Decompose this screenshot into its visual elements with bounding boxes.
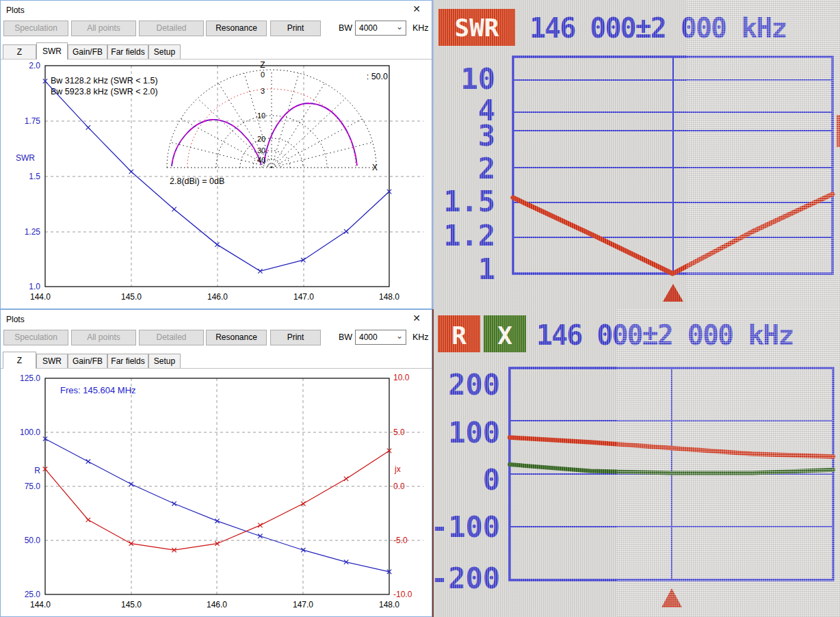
tab-gainfb[interactable]: Gain/FB [68,44,107,59]
bw-unit-label: KHz [412,23,429,33]
ytick: 1.25 [25,227,41,237]
tab-bar: Z SWR Gain/FB Far fields Setup [1,42,432,61]
xtick: 144.0 [30,292,51,302]
xtick: 146.0 [207,292,228,302]
tab-swr[interactable]: SWR [36,354,68,368]
polar-axis-right: X [372,163,378,172]
swr-badge-label: SWR [454,14,499,42]
print-button[interactable]: Print [270,330,321,345]
lcd-ytick: -200 [434,562,500,595]
lcd-ytick: 1.2 [443,219,495,252]
window-title: Plots [6,5,25,15]
screenshot-stage: Plots ✕ Speculation All points Detailed … [0,0,840,617]
print-button[interactable]: Print [270,21,321,36]
tab-far-fields[interactable]: Far fields [107,354,148,368]
lcd-ytick: 10 [460,62,495,96]
xtick: 147.0 [293,600,313,609]
bandwidth-annotation-2: Bw 5923.8 kHz (SWR < 2.0) [51,87,158,96]
pattern-overlay-left [172,120,261,166]
ring-label: 10 [257,111,265,120]
titlebar: Plots ✕ [1,1,432,19]
tab-z[interactable]: Z [3,352,36,369]
lcd-ytick: 200 [448,368,500,402]
pattern-lobe-right [264,103,357,166]
detailed-button[interactable]: Detailed [139,330,204,345]
radiation-pattern-inset: Z X 0 3 10 20 30 40 2.8(dBi) = 0dB [167,60,378,186]
cursor-marker [663,284,683,302]
bandwidth-annotation-1: Bw 3128.2 kHz (SWR < 1.5) [51,76,158,86]
ytick: 1.75 [25,116,41,126]
ring-label: 3 [261,87,265,95]
lcd-ytick: -100 [434,510,500,544]
plots-window-swr: Plots ✕ Speculation All points Detailed … [0,0,432,309]
gain-reference-note: 2.8(dBi) = 0dB [170,176,224,186]
ring-label: 0 [261,70,265,79]
xtick: 148.0 [379,292,399,302]
tab-setup[interactable]: Setup [148,354,181,368]
left-ytick: 25.0 [25,590,41,599]
tab-far-fields[interactable]: Far fields [107,44,148,59]
polar-spokes [170,70,373,168]
lcd-ytick: 0 [483,463,500,497]
resonance-button[interactable]: Resonance [206,21,267,36]
lcd-ytick: 3 [478,119,495,153]
right-ytick: -10.0 [393,590,412,599]
tab-gainfb[interactable]: Gain/FB [68,354,107,368]
cursor-marker [661,588,682,607]
speculation-button[interactable]: Speculation [3,21,68,36]
tab-swr[interactable]: SWR [36,42,68,60]
bw-value: 4000 [359,23,378,33]
swr-chart: 2.0 1.75 1.5 1.25 1.0 SWR 144.0 145.0 14… [1,59,432,309]
bw-unit-label: KHz [412,332,429,342]
z-chart-area: 125.0 100.0 75.0 50.0 25.0 R 10.0 5.0 0.… [1,368,432,616]
left-ytick: 100.0 [20,428,40,437]
lcd-ytick: 1 [478,252,495,286]
all-points-button[interactable]: All points [71,21,136,36]
ring-label: 30 [257,146,265,155]
close-icon[interactable]: ✕ [410,313,423,324]
left-ytick: 125.0 [20,373,40,383]
speculation-button[interactable]: Speculation [3,330,68,345]
pattern-lobe-left [172,120,261,166]
x-badge-label: X [497,321,512,350]
analyzer-photo-rx: R X 146 000±2 000 kHz 200 100 0 -100 -20… [432,309,840,617]
xtick: 147.0 [293,292,314,302]
right-axis-title: jx [394,464,401,474]
frequency-span-label: 146 000±2 000 kHz [529,12,786,44]
tab-z[interactable]: Z [3,44,36,59]
right-ytick: -5.0 [393,536,408,545]
tab-bar: Z SWR Gain/FB Far fields Setup [1,352,432,370]
bezel-red-mark [837,115,840,147]
xtick: 144.0 [30,600,51,609]
bw-label: BW [339,332,352,342]
resonance-button[interactable]: Resonance [206,330,267,345]
ytick: 2.0 [29,61,40,70]
toolbar: Speculation All points Detailed Resonanc… [1,21,432,38]
plots-window-z: Plots ✕ Speculation All points Detailed … [0,309,432,617]
left-axis-title: R [34,466,40,475]
lcd-ytick: 2 [478,152,495,185]
bw-dropdown[interactable]: 4000 ⌄ [355,330,406,345]
toolbar: Speculation All points Detailed Resonanc… [1,330,432,347]
left-ytick: 50.0 [25,536,41,545]
close-icon[interactable]: ✕ [410,3,423,14]
chevron-down-icon: ⌄ [396,22,403,31]
right-ytick: 0.0 [393,482,405,491]
swr-chart-area: 2.0 1.75 1.5 1.25 1.0 SWR 144.0 145.0 14… [1,59,432,308]
z0-corner-label: : 50.0 [367,72,388,81]
bw-dropdown[interactable]: 4000 ⌄ [355,21,406,36]
z-chart: 125.0 100.0 75.0 50.0 25.0 R 10.0 5.0 0.… [1,368,432,617]
lcd-rx-screen: R X 146 000±2 000 kHz 200 100 0 -100 -20… [434,309,840,617]
lcd-ytick: 1.5 [443,185,495,218]
right-ytick: 10.0 [393,373,410,382]
xtick: 148.0 [379,600,399,609]
detailed-button[interactable]: Detailed [139,21,204,36]
xtick: 146.0 [207,600,227,609]
ytick: 1.0 [29,282,40,291]
r-badge-label: R [451,321,467,350]
y-axis-title: SWR [16,153,35,163]
lcd-ytick: 100 [448,416,500,449]
tab-setup[interactable]: Setup [148,44,181,59]
analyzer-photo-swr: SWR 146 000±2 000 kHz 10 4 3 2 1.5 1.2 1 [432,0,840,309]
all-points-button[interactable]: All points [71,330,136,345]
